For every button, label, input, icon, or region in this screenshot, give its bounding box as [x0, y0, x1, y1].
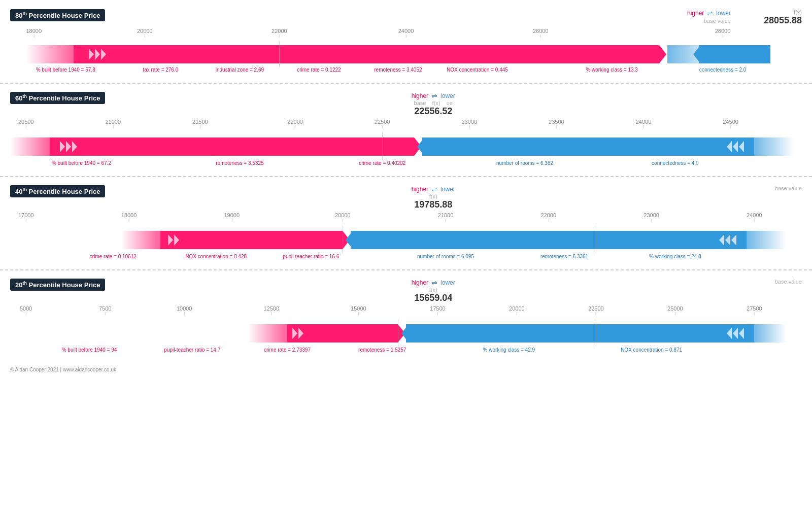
base-value-label-80: base value — [704, 18, 731, 24]
fx-value-20: 15659.04 — [414, 293, 452, 303]
pink-bar-40 — [160, 231, 343, 249]
fx-value-60: 22556.52 — [414, 106, 452, 117]
feature-labels-40: crime rate = 0.10612 NOX concentration =… — [10, 254, 802, 265]
blue-bar-40 — [351, 231, 747, 249]
higher-lower-20: higher ⇌ lower — [412, 279, 455, 287]
fx-label-20: f(x) — [429, 287, 437, 293]
axis-60: 20500 21000 21500 22000 22500 23000 2350… — [10, 119, 802, 131]
base-value-label-40: base value — [761, 185, 802, 191]
higher-lower-80: higher ⇌ lower — [687, 9, 731, 17]
fx-value-80: 28055.88 — [741, 15, 802, 26]
blue-bar-20 — [406, 324, 754, 342]
footer: © Aidan Cooper 2021 | www.aidancooper.co… — [0, 363, 812, 376]
title-badge-80: 80th Percentile House Price — [10, 9, 105, 21]
bars-60 — [10, 132, 802, 160]
fx-label-80: f(x) — [741, 9, 802, 15]
axis-80: 18000 20000 22000 24000 26000 28000 — [10, 28, 802, 41]
blue-bar-80 — [699, 45, 770, 63]
higher-lower-60: higher ⇌ lower — [412, 92, 455, 100]
feature-labels-60: % built before 1940 = 67.2 remoteness = … — [10, 160, 802, 172]
bars-80 — [10, 42, 802, 67]
footer-text: © Aidan Cooper 2021 | www.aidancooper.co… — [10, 367, 116, 372]
title-badge-40: 40th Percentile House Price — [10, 185, 105, 197]
bars-40 — [10, 226, 802, 254]
section-80th: 80th Percentile House Price higher ⇌ low… — [0, 0, 812, 84]
pink-bar-80 — [74, 45, 659, 63]
fx-value-40: 19785.88 — [414, 199, 452, 210]
fx-label-40: f(x) — [429, 193, 437, 199]
axis-20: 5000 7500 10000 12500 15000 17500 20000 … — [10, 305, 802, 318]
section-40th: 40th Percentile House Price higher ⇌ low… — [0, 177, 812, 270]
axis-40: 17000 18000 19000 20000 21000 22000 2300… — [10, 212, 802, 225]
section-20th: 20th Percentile House Price higher ⇌ low… — [0, 270, 812, 363]
pink-bar-60 — [50, 138, 414, 156]
feature-labels-20: % built before 1940 = 94 pupil-teacher r… — [10, 347, 802, 358]
blue-bar-60 — [422, 138, 754, 156]
base-value-label-20: base value — [761, 279, 802, 285]
feature-labels-80: % built before 1940 = 57.8 tax rate = 27… — [10, 67, 802, 78]
bars-20 — [10, 319, 802, 347]
title-badge-20: 20th Percentile House Price — [10, 279, 105, 291]
title-badge-60: 60th Percentile House Price — [10, 92, 105, 104]
pink-bar-20 — [287, 324, 398, 342]
higher-lower-40: higher ⇌ lower — [412, 185, 455, 193]
section-60th: 60th Percentile House Price higher ⇌ low… — [0, 84, 812, 177]
base-fx-labels-60: base f(x) ue — [414, 100, 453, 106]
